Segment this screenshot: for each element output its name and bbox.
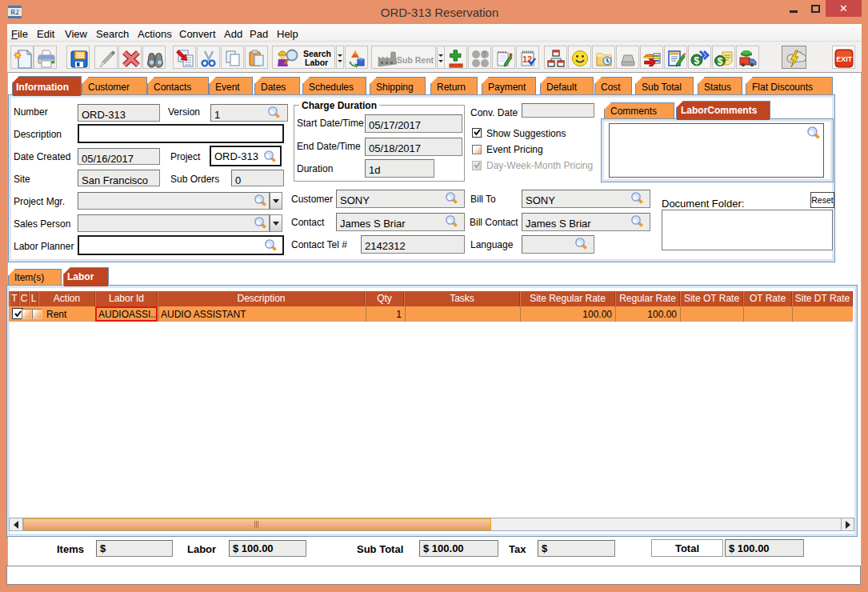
svg-text:Sub Rent: Sub Rent xyxy=(397,55,434,65)
svg-text:$: $ xyxy=(718,56,723,67)
svg-text:EXIT: EXIT xyxy=(836,55,853,63)
svg-text:$: $ xyxy=(694,55,700,66)
svg-text:?: ? xyxy=(482,50,486,59)
svg-text:Labor: Labor xyxy=(305,58,328,67)
